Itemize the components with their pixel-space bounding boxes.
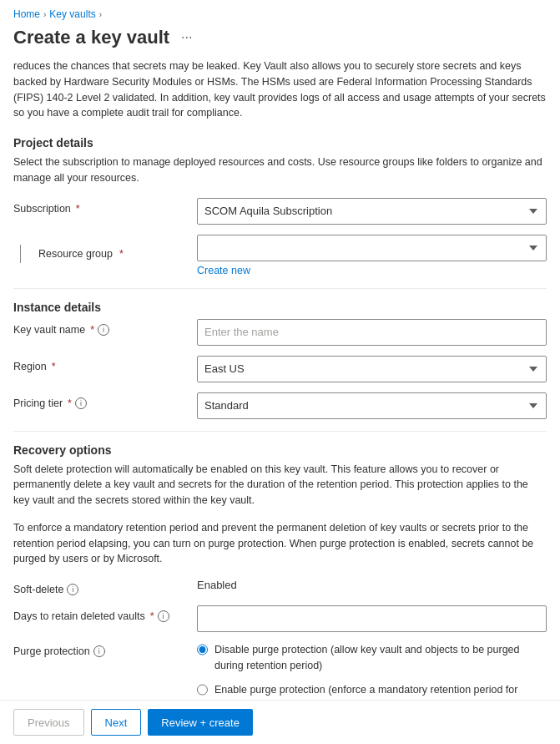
- key-vault-name-input[interactable]: [197, 319, 547, 346]
- soft-delete-value: Enabled: [197, 574, 237, 591]
- region-label: Region *: [13, 356, 197, 372]
- key-vault-name-label: Key vault name * i: [13, 319, 197, 336]
- content-area: reduces the chances that secrets may be …: [0, 58, 560, 744]
- key-vault-name-info-icon[interactable]: i: [98, 324, 109, 336]
- days-retain-row: Days to retain deleted vaults * i 90: [13, 605, 547, 632]
- project-details-desc: Select the subscription to manage deploy…: [13, 154, 547, 186]
- breadcrumb-chevron-1: ›: [43, 10, 46, 19]
- review-create-button[interactable]: Review + create: [148, 709, 253, 736]
- subscription-control: SCOM Aquila Subscription: [197, 198, 547, 225]
- create-new-link[interactable]: Create new: [197, 265, 250, 276]
- instance-details-title: Instance details: [13, 301, 547, 314]
- project-details-section: Project details Select the subscription …: [13, 136, 547, 276]
- previous-button[interactable]: Previous: [13, 709, 84, 736]
- instance-details-section: Instance details Key vault name * i Regi…: [13, 301, 547, 419]
- region-select[interactable]: East US: [197, 356, 547, 382]
- recovery-options-section: Recovery options Soft delete protection …: [13, 443, 547, 714]
- resource-group-control: Create new: [197, 235, 547, 276]
- divider-2: [13, 431, 547, 432]
- subscription-row: Subscription * SCOM Aquila Subscription: [13, 198, 547, 225]
- purge-protection-info-icon[interactable]: i: [93, 645, 105, 657]
- pricing-tier-label: Pricing tier * i: [13, 392, 197, 409]
- key-vault-name-control: [197, 319, 547, 346]
- purge-disable-label: Disable purge protection (allow key vaul…: [214, 642, 547, 674]
- purge-disable-option[interactable]: Disable purge protection (allow key vaul…: [197, 642, 547, 674]
- key-vault-name-row: Key vault name * i: [13, 319, 547, 346]
- pricing-tier-control: Standard: [197, 392, 547, 419]
- resource-group-row: Resource group * Create new: [13, 235, 547, 276]
- description-text: reduces the chances that secrets may be …: [13, 58, 547, 121]
- pricing-tier-row: Pricing tier * i Standard: [13, 392, 547, 419]
- purge-desc: To enforce a mandatory retention period …: [13, 520, 547, 567]
- region-control: East US: [197, 356, 547, 382]
- subscription-select[interactable]: SCOM Aquila Subscription: [197, 198, 547, 225]
- days-retain-required: *: [150, 610, 154, 622]
- page-header: Create a key vault ···: [0, 23, 560, 58]
- breadcrumb-home[interactable]: Home: [13, 8, 40, 20]
- key-vault-name-required: *: [90, 324, 94, 336]
- soft-delete-label: Soft-delete i: [13, 579, 197, 595]
- footer-bar: Previous Next Review + create: [0, 700, 560, 744]
- days-retain-info-icon[interactable]: i: [158, 610, 169, 622]
- days-retain-control: 90: [197, 605, 547, 632]
- days-retain-input[interactable]: 90: [197, 605, 547, 632]
- resource-group-required: *: [119, 248, 124, 260]
- pricing-tier-select[interactable]: Standard: [197, 392, 547, 419]
- page-title: Create a key vault: [13, 27, 169, 48]
- breadcrumb: Home › Key vaults ›: [0, 0, 560, 23]
- soft-delete-info-icon[interactable]: i: [67, 584, 78, 595]
- soft-delete-desc: Soft delete protection will automaticall…: [13, 462, 547, 509]
- resource-group-label: Resource group *: [13, 235, 197, 263]
- soft-delete-value-wrap: Enabled: [197, 579, 547, 591]
- purge-protection-label: Purge protection i: [13, 642, 197, 657]
- subscription-label: Subscription *: [13, 198, 197, 215]
- pricing-tier-info-icon[interactable]: i: [75, 397, 87, 409]
- divider-1: [13, 288, 547, 289]
- purge-enable-radio[interactable]: [197, 684, 208, 696]
- resource-group-select[interactable]: [197, 235, 547, 261]
- more-options-button[interactable]: ···: [176, 28, 197, 47]
- breadcrumb-chevron-2: ›: [99, 10, 102, 19]
- soft-delete-row: Soft-delete i Enabled: [13, 579, 547, 595]
- purge-disable-radio[interactable]: [197, 644, 208, 655]
- breadcrumb-keyvaults[interactable]: Key vaults: [49, 8, 95, 20]
- recovery-options-title: Recovery options: [13, 443, 547, 457]
- next-button[interactable]: Next: [91, 709, 142, 736]
- region-required: *: [52, 361, 56, 372]
- subscription-required: *: [76, 203, 80, 215]
- pricing-tier-required: *: [68, 397, 72, 409]
- days-retain-label: Days to retain deleted vaults * i: [13, 605, 197, 622]
- region-row: Region * East US: [13, 356, 547, 382]
- project-details-title: Project details: [13, 136, 547, 149]
